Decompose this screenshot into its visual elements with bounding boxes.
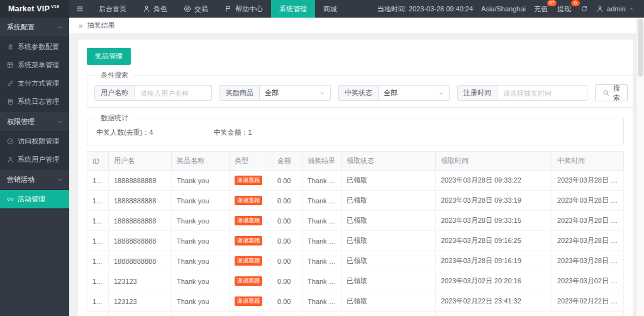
hamburger-icon bbox=[76, 5, 84, 13]
column-header-amount: 金额 bbox=[272, 152, 303, 171]
sidebar-section-system-config[interactable]: 系统配置 bbox=[0, 18, 69, 37]
sidebar-item-payment-method-manage[interactable]: 支付方式管理 bbox=[0, 74, 69, 93]
sidebar-submenu: 系统参数配置系统菜单管理支付方式管理系统日志管理 bbox=[0, 37, 69, 112]
cell-claim-time: 2023年03月02日 20:20:16 bbox=[436, 271, 552, 291]
username: admin bbox=[607, 5, 626, 13]
cell-username: 18888888888 bbox=[109, 211, 172, 231]
type-badge: 谢谢惠顾 bbox=[235, 256, 262, 266]
cell-amount: 0.00 bbox=[272, 191, 303, 211]
status-label: 中奖状态 bbox=[339, 86, 379, 100]
username-input[interactable] bbox=[135, 86, 211, 100]
cell-claim-time: 2023年03月28日 09:33:15 bbox=[436, 211, 552, 231]
sidebar-item-system-menu-manage[interactable]: 系统菜单管理 bbox=[0, 56, 69, 74]
breadcrumb-label: 抽奖结果 bbox=[87, 21, 115, 30]
flag-icon bbox=[225, 5, 232, 13]
nav-item-mall[interactable]: 商城 bbox=[315, 0, 345, 18]
cell-claim-status: 已领取 bbox=[341, 291, 436, 312]
type-badge: 谢谢惠顾 bbox=[235, 276, 262, 286]
breadcrumb: » 抽奖结果 bbox=[69, 18, 644, 34]
brand-name: Market VIP bbox=[8, 4, 50, 13]
cell-win-time: 2023年03月28日 09:16:19 bbox=[552, 251, 624, 271]
nav-item-system-manage[interactable]: 系统管理 bbox=[271, 0, 315, 18]
sidebar-item-label: 系统用户管理 bbox=[18, 155, 59, 164]
person-icon bbox=[596, 5, 604, 13]
cell-username: 18888888888 bbox=[109, 171, 172, 191]
sidebar-item-system-log-manage[interactable]: 系统日志管理 bbox=[0, 93, 69, 111]
cell-draw-result: Thank you bbox=[303, 312, 341, 316]
status-select-group: 中奖状态 全部 bbox=[338, 85, 450, 101]
scrollbar-track[interactable] bbox=[636, 18, 644, 316]
table-row: 1...18888888888Thank you谢谢惠顾0.00Thank yo… bbox=[87, 171, 624, 191]
cell-claim-time: 2023年02月22日 23:41:31 bbox=[436, 312, 552, 316]
user-menu[interactable]: admin bbox=[596, 5, 634, 13]
topbar-right: 当地时间: 2023-03-28 09:40:24 Asia/Shanghai … bbox=[377, 0, 644, 18]
cell-claim-time: 2023年02月22日 23:41:32 bbox=[436, 291, 552, 312]
type-badge: 谢谢惠顾 bbox=[235, 176, 262, 185]
sidebar-toggle-button[interactable] bbox=[69, 0, 91, 18]
column-header-draw-result: 抽奖结果 bbox=[303, 152, 341, 171]
sidebar-item-activity-manage[interactable]: 活动管理 bbox=[0, 190, 69, 208]
status-select[interactable]: 全部 bbox=[379, 86, 449, 100]
table-row: 1...18888888888Thank you谢谢惠顾0.00Thank yo… bbox=[87, 251, 624, 271]
prize-manage-button[interactable]: 奖品管理 bbox=[87, 48, 131, 65]
content-area: » 抽奖结果 奖品管理 条件搜索 用户名称 奖励商品 全部 bbox=[69, 18, 644, 316]
cell-claim-status: 已领取 bbox=[341, 171, 436, 191]
search-button-label: 搜 索 bbox=[613, 84, 620, 103]
cell-win-time: 2023年02月22日 23:41:32 bbox=[552, 291, 624, 312]
table-row: 1...18888888888Thank you谢谢惠顾0.00Thank yo… bbox=[87, 191, 624, 211]
cell-prize-name: Thank you bbox=[172, 251, 230, 271]
withdraw-count-badge: 0 bbox=[571, 0, 580, 6]
cell-prize-name: Thank you bbox=[172, 291, 230, 312]
search-legend: 条件搜索 bbox=[96, 71, 133, 80]
results-table: ID用户名奖品名称类型金额抽奖结果领取状态领取时间中奖时间 1...188888… bbox=[87, 151, 624, 316]
sidebar-item-label: 系统日志管理 bbox=[18, 97, 59, 106]
search-button[interactable]: 搜 索 bbox=[595, 84, 628, 101]
cell-id: 1... bbox=[87, 231, 109, 251]
hamburger-icon bbox=[76, 5, 84, 13]
recharge-button[interactable]: 充值 87 bbox=[534, 4, 549, 14]
chevron-down-icon bbox=[57, 177, 63, 183]
column-header-id: ID bbox=[87, 152, 109, 171]
cell-prize-name: Thank you bbox=[172, 231, 230, 251]
nav-item-label: 系统管理 bbox=[279, 4, 307, 14]
person-icon bbox=[7, 156, 14, 163]
cell-id: 1... bbox=[87, 171, 109, 191]
cell-claim-time: 2023年03月28日 09:33:19 bbox=[436, 191, 552, 211]
sidebar-section-permission-manage[interactable]: 权限管理 bbox=[0, 112, 69, 131]
cell-username: 123123 bbox=[109, 271, 172, 291]
exchange-icon bbox=[184, 5, 191, 13]
cell-id: 1... bbox=[87, 211, 109, 231]
stats-legend: 数据统计 bbox=[96, 113, 133, 123]
sidebar-item-access-permission-manage[interactable]: 访问权限管理 bbox=[0, 132, 69, 150]
sidebar-item-system-params-config[interactable]: 系统参数配置 bbox=[0, 38, 69, 56]
cell-username: 18888888888 bbox=[109, 251, 172, 271]
refresh-button[interactable] bbox=[580, 5, 588, 13]
type-badge: 谢谢惠顾 bbox=[235, 216, 262, 225]
withdraw-button[interactable]: 提现 0 bbox=[557, 4, 572, 14]
cell-win-time: 2023年03月28日 09:16:25 bbox=[552, 231, 624, 251]
nav-item-home[interactable]: 后台首页 bbox=[91, 0, 135, 18]
nav-item-trade[interactable]: 交易 bbox=[175, 0, 216, 18]
nav-item-roles[interactable]: 角色 bbox=[135, 0, 175, 18]
sidebar-item-label: 系统参数配置 bbox=[18, 42, 59, 52]
draw-time-input[interactable] bbox=[497, 86, 587, 100]
scrollbar-thumb[interactable] bbox=[638, 19, 643, 77]
main-card: 奖品管理 条件搜索 用户名称 奖励商品 全部 bbox=[78, 40, 633, 316]
search-icon bbox=[602, 89, 609, 96]
chevron-down-icon bbox=[319, 89, 325, 97]
cell-username: 18888888888 bbox=[109, 231, 172, 251]
product-select[interactable]: 全部 bbox=[260, 86, 330, 100]
nav-item-help-center[interactable]: 帮助中心 bbox=[216, 0, 271, 18]
recharge-label: 充值 bbox=[534, 5, 548, 13]
sidebar-item-label: 活动管理 bbox=[18, 195, 45, 204]
amount-stat: 中奖金额：1 bbox=[213, 128, 252, 137]
cell-id: 1... bbox=[87, 271, 109, 291]
table-row: 1...18888888888Thank you谢谢惠顾0.00Thank yo… bbox=[87, 211, 624, 231]
cell-username: 123123 bbox=[109, 312, 172, 316]
sidebar-section-marketing-activity[interactable]: 营销活动 bbox=[0, 170, 69, 189]
main-nav: 后台首页角色交易帮助中心系统管理商城 bbox=[91, 0, 345, 18]
sidebar-item-system-user-manage[interactable]: 系统用户管理 bbox=[0, 150, 69, 169]
cell-prize-name: Thank you bbox=[172, 191, 230, 211]
column-header-claim-time: 领取时间 bbox=[436, 152, 552, 171]
breadcrumb-symbol: » bbox=[79, 21, 83, 30]
